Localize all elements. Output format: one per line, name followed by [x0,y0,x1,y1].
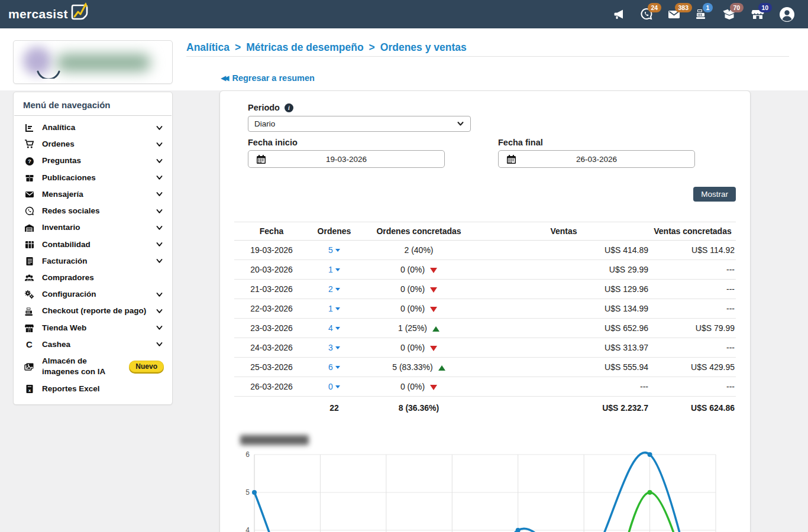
fecha-inicio-input[interactable]: 19-03-2026 [248,150,445,168]
ordenes-dropdown-link[interactable]: 2 [328,284,340,294]
cell-ventas: U$S 555.94 [478,358,649,377]
ordenes-dropdown-link[interactable]: 3 [328,343,340,352]
sidebar-item-label: Analítica [42,122,147,133]
cart-icon [24,140,34,149]
chevron-down-icon [155,190,164,199]
svg-text:4: 4 [245,526,250,532]
sidebar-item-label: Reportes Excel [42,384,164,394]
fecha-final-label: Fecha final [498,138,543,147]
sidebar-item-mensajer-a[interactable]: Mensajería [14,186,172,203]
cell-ordenes-concretadas: 0 (0%) [360,377,478,397]
mail-badge: 383 [675,3,692,12]
total-ventas-concretadas: U$S 624.86 [649,397,736,420]
table-row: 21-03-202620 (0%)U$S 129.96--- [234,280,736,299]
cell-ventas-concretadas: U$S 429.95 [649,358,736,377]
package-icon[interactable]: 70 [722,8,736,21]
cell-ordenes: 4 [309,319,360,338]
ordenes-dropdown-link[interactable]: 0 [328,382,340,391]
info-icon[interactable]: i [285,103,293,112]
top-navbar: mercasist 2438317010 [0,0,808,28]
ordenes-dropdown-link[interactable]: 5 [328,245,340,255]
sidebar-item-redes-sociales[interactable]: Redes sociales [14,203,172,219]
svg-text:6: 6 [245,450,250,459]
trend-down-icon [430,287,437,293]
col-ventas-concretadas: Ventas concretadas [649,222,736,241]
whatsapp-icon[interactable]: 24 [640,8,653,21]
cash-register-icon[interactable]: 1 [695,8,708,21]
cell-fecha: 25-03-2026 [234,358,309,377]
cell-fecha: 20-03-2026 [234,260,309,280]
svg-text:?: ? [28,158,31,164]
orders-table: Fecha Ordenes Ordenes concretadas Ventas… [234,222,736,419]
ordenes-dropdown-link[interactable]: 4 [328,323,340,333]
brand-chart-icon [69,1,91,25]
caret-down-icon [335,327,340,330]
sidebar-item-configuraci-n[interactable]: Configuración [14,286,172,303]
cell-fecha: 26-03-2026 [234,377,309,397]
sidebar-item-almac-n-de-imagenes-con-ia[interactable]: Almacén de imagenes con IANuevo [14,353,172,380]
cashea-icon: C [24,339,34,349]
breadcrumb-item-3[interactable]: Ordenes y ventas [380,41,467,54]
fecha-inicio-value: 19-03-2026 [326,155,367,164]
cell-ordenes: 3 [309,338,360,358]
total-ordenes: 22 [309,397,360,420]
caret-down-icon [335,288,340,291]
navigation-menu: Menú de navegación AnalíticaOrdenes?Preg… [13,92,173,405]
mail-icon [24,190,34,199]
user-avatar-icon[interactable] [779,7,795,22]
sidebar-item-cashea[interactable]: CCashea [14,336,172,353]
fecha-final-input[interactable]: 26-03-2026 [498,150,695,168]
megaphone-icon[interactable] [613,8,626,21]
periodo-label: Periodo i [248,103,293,112]
sidebar-item-publicaciones[interactable]: Publicaciones [14,170,172,186]
cell-ordenes-concretadas: 5 (83.33%) [360,358,478,377]
cell-fecha: 23-03-2026 [234,319,309,338]
menu-divider [14,115,172,116]
breadcrumb-item-2[interactable]: Métricas de desempeño [246,41,363,54]
box-icon [24,173,34,183]
cell-ventas-concretadas: U$S 79.99 [649,319,736,338]
whatsapp-badge: 24 [648,3,661,12]
sidebar-item-facturaci-n[interactable]: Facturación [14,253,172,270]
warehouse-icon [24,223,34,232]
grid-icon [24,241,34,249]
brand-logo[interactable]: mercasist [8,3,91,25]
sidebar-item-reportes-excel[interactable]: xReportes Excel [14,381,172,397]
ordenes-dropdown-link[interactable]: 6 [328,362,340,372]
cell-ventas: U$S 652.96 [478,319,649,338]
sidebar-item-preguntas[interactable]: ?Preguntas [14,153,172,169]
sidebar-item-checkout-reporte-de-pago[interactable]: Checkout (reporte de pago) [14,303,172,319]
orders-line-chart: 6543210 [234,446,722,532]
sidebar-item-ordenes[interactable]: Ordenes [14,136,172,153]
sidebar-item-label: Configuración [42,289,147,300]
col-ordenes: Ordenes [309,222,360,241]
sidebar-item-contabilidad[interactable]: Contabilidad [14,236,172,253]
ordenes-dropdown-link[interactable]: 1 [328,304,340,313]
sidebar-item-anal-tica[interactable]: Analítica [14,119,172,136]
mostrar-button[interactable]: Mostrar [693,187,736,202]
sidebar-item-inventario[interactable]: Inventario [14,219,172,236]
user-profile-card[interactable] [13,40,173,84]
trend-down-icon [430,385,437,390]
sidebar-item-tienda-web[interactable]: Tienda Web [14,320,172,336]
trend-down-icon [430,346,437,351]
mail-icon[interactable]: 383 [667,8,681,21]
breadcrumb-item-1[interactable]: Analítica [186,41,230,54]
cell-ordenes: 6 [309,358,360,377]
back-to-summary-link[interactable]: ◀◀ Regresar a resumen [221,73,315,83]
table-row: 22-03-202610 (0%)U$S 134.99--- [234,299,736,319]
ordenes-dropdown-link[interactable]: 1 [328,265,340,274]
sidebar-item-label: Tienda Web [42,323,147,333]
col-ventas: Ventas [478,222,649,241]
brand-name: mercasist [8,7,68,21]
sidebar-item-compradores[interactable]: Compradores [14,270,172,286]
caret-down-icon [335,249,340,252]
store-icon[interactable]: 10 [751,8,765,21]
cell-ordenes: 2 [309,280,360,299]
caret-down-icon [335,307,340,310]
periodo-select[interactable]: Diario [248,116,471,132]
calendar-icon [256,154,266,166]
table-row: 24-03-202630 (0%)U$S 313.97--- [234,338,736,358]
sidebar-item-label: Inventario [42,222,147,233]
back-link-label: Regresar a resumen [232,73,314,83]
